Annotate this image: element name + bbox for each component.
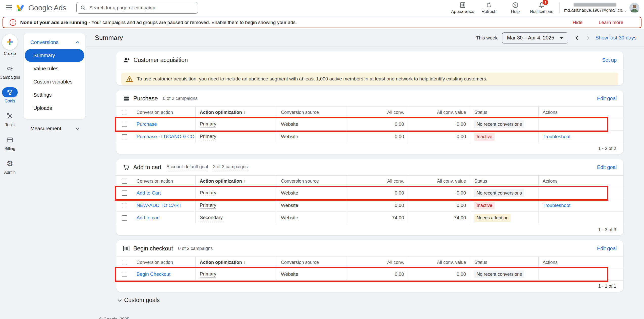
row-checkbox[interactable] <box>122 190 127 196</box>
menu-icon[interactable]: ☰ <box>6 4 17 12</box>
begin-checkout-subtitle: 0 of 2 campaigns <box>178 246 213 251</box>
google-ads-logo-icon <box>17 4 26 12</box>
rail-item-tools[interactable]: Tools <box>2 111 18 127</box>
row-checkbox[interactable] <box>122 122 127 127</box>
purchase-edit-goal-link[interactable]: Edit goal <box>597 96 617 101</box>
pagination: 1 - 3 of 3 <box>116 224 623 235</box>
begin-checkout-header: Begin checkout 0 of 2 campaigns Edit goa… <box>116 240 623 257</box>
campaigns-pill <box>2 63 18 74</box>
svg-text:?: ? <box>514 3 517 7</box>
help-button[interactable]: ? Help <box>502 2 528 14</box>
actions-cell <box>538 212 623 224</box>
avatar[interactable] <box>629 3 639 13</box>
content-scroll: Customer acquisition Set up To use custo… <box>86 47 644 319</box>
set-up-link[interactable]: Set up <box>602 57 617 63</box>
troubleshoot-link[interactable]: Troubleshoot <box>543 203 570 208</box>
banner-detail: - Your campaigns and ad groups are pause… <box>87 20 297 25</box>
footer-copyright: © Google, 2025. <box>99 317 644 319</box>
rail-item-admin[interactable]: ⚙ Admin <box>2 159 18 175</box>
source-value: Website <box>281 215 298 221</box>
global-search[interactable] <box>76 2 198 14</box>
custom-goals-toggle[interactable]: Custom goals <box>117 297 644 304</box>
row-checkbox[interactable] <box>122 215 127 221</box>
billing-pill <box>2 135 18 145</box>
col-status: Status <box>470 176 538 187</box>
col-action-optimization[interactable]: Action optimization↓ <box>195 176 277 187</box>
col-all-conv: All conv. <box>346 176 408 187</box>
nav-item-custom-variables-label: Custom variables <box>33 79 73 85</box>
conversion-action-link[interactable]: Add to cart <box>137 215 160 221</box>
conversion-action-link[interactable]: Purchase - LUGANO & CO <box>137 134 194 139</box>
banner-title: None of your ads are running <box>20 20 87 25</box>
conversion-action-link[interactable]: Add to Cart <box>137 190 161 196</box>
notifications-button[interactable]: ! Notifications <box>528 2 555 14</box>
rail-item-campaigns[interactable]: Campaigns <box>0 63 20 80</box>
select-all-checkbox[interactable] <box>122 110 127 115</box>
conversion-action-link[interactable]: Begin Checkout <box>137 271 170 277</box>
goal-card-add-to-cart: Add to cart Account-default goal 2 of 2 … <box>116 159 623 235</box>
begin-checkout-title: Begin checkout <box>133 245 173 252</box>
conversions-section-header[interactable]: Conversions <box>24 37 85 49</box>
optimization-value[interactable]: Secondary <box>200 215 223 221</box>
rail-item-goals[interactable]: Goals <box>2 87 18 103</box>
create-button[interactable] <box>2 34 18 50</box>
appearance-button[interactable]: Appearance <box>450 2 476 14</box>
barcode-icon <box>123 245 130 252</box>
begin-checkout-edit-goal-link[interactable]: Edit goal <box>597 246 617 251</box>
select-all-checkbox[interactable] <box>122 179 127 184</box>
add-to-cart-edit-goal-link[interactable]: Edit goal <box>597 164 617 170</box>
rail-item-create[interactable]: Create <box>2 34 18 56</box>
account-email: md.asif.haque.1987@gmail.co... <box>564 8 626 13</box>
show-last-30-days-link[interactable]: Show last 30 days <box>595 35 636 41</box>
nav-item-summary[interactable]: Summary <box>25 49 84 62</box>
prev-period-icon[interactable] <box>575 36 579 40</box>
nav-item-value-rules[interactable]: Value rules <box>25 62 84 75</box>
status-badge: Inactive <box>474 202 495 209</box>
status-badge: Inactive <box>474 133 495 141</box>
nav-item-settings[interactable]: Settings <box>25 88 84 101</box>
actions-cell <box>538 187 623 199</box>
troubleshoot-link[interactable]: Troubleshoot <box>543 134 570 139</box>
optimization-value[interactable]: Primary <box>200 190 216 196</box>
main-area: Summary This week Mar 30 – Apr 4, 2025 <box>86 29 644 319</box>
col-conversion-source: Conversion source <box>277 176 346 187</box>
row-checkbox[interactable] <box>122 272 127 277</box>
measurement-section-toggle[interactable]: Measurement <box>24 119 86 132</box>
account-menu[interactable]: md.asif.haque.1987@gmail.co... <box>564 3 639 13</box>
conversion-action-link[interactable]: NEW-ADD TO CART <box>137 203 182 208</box>
top-app-bar: ☰ Google Ads Appearance <box>0 0 644 16</box>
status-badge: No recent conversions <box>474 120 524 128</box>
optimization-value[interactable]: Primary <box>200 121 216 127</box>
add-to-cart-subtitle[interactable]: 2 of 2 campaigns <box>213 164 248 170</box>
optimization-value[interactable]: Primary <box>200 271 216 278</box>
purchase-subtitle: 0 of 2 campaigns <box>163 96 197 101</box>
refresh-button[interactable]: Refresh <box>476 2 502 14</box>
hide-button[interactable]: Hide <box>573 20 583 25</box>
select-all-checkbox[interactable] <box>122 260 127 265</box>
optimization-value[interactable]: Primary <box>200 202 216 209</box>
account-default-goal-badge[interactable]: Account-default goal <box>166 164 208 170</box>
nav-item-uploads[interactable]: Uploads <box>25 101 84 115</box>
row-checkbox[interactable] <box>122 134 127 139</box>
col-action-optimization[interactable]: Action optimization↓ <box>195 107 277 118</box>
rail-item-billing[interactable]: Billing <box>2 135 18 151</box>
nav-item-value-rules-label: Value rules <box>33 66 58 72</box>
conversion-action-link[interactable]: Purchase <box>137 121 157 127</box>
row-checkbox[interactable] <box>122 203 127 208</box>
source-value: Website <box>281 271 298 277</box>
search-input[interactable] <box>89 5 194 11</box>
learn-more-link[interactable]: Learn more <box>599 20 623 25</box>
sort-descending-icon: ↓ <box>243 260 246 265</box>
google-ads-app: ☰ Google Ads Appearance <box>0 0 644 319</box>
optimization-value[interactable]: Primary <box>200 134 216 140</box>
date-range-picker[interactable]: Mar 30 – Apr 4, 2025 <box>502 32 568 44</box>
status-badge: No recent conversions <box>474 189 524 197</box>
chevron-down-icon <box>117 299 122 302</box>
gear-icon: ⚙ <box>7 160 13 167</box>
purchase-header: Purchase 0 of 2 campaigns Edit goal <box>116 90 623 107</box>
date-range-value: Mar 30 – Apr 4, 2025 <box>507 35 554 41</box>
nav-item-custom-variables[interactable]: Custom variables <box>25 75 84 88</box>
col-action-optimization[interactable]: Action optimization↓ <box>195 257 277 268</box>
conversions-label: Conversions <box>30 39 58 45</box>
next-period-icon[interactable] <box>586 36 590 40</box>
